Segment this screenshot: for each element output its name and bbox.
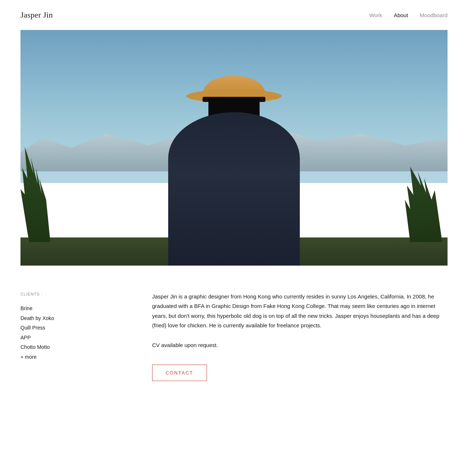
client-item: Brine [20,304,123,313]
nav-moodboard[interactable]: Moodboard [420,12,448,18]
hero-section [0,30,468,266]
cv-text: CV available upon request. [152,340,448,350]
bio-paragraph: Jasper Jin is a graphic designer from Ho… [152,292,448,330]
hero-image [20,30,448,266]
bio-column: Jasper Jin is a graphic designer from Ho… [152,292,448,381]
client-item: APP [20,333,123,343]
main-nav: Work About Moodboard [369,12,448,18]
site-title[interactable]: Jasper Jin [20,10,53,20]
body-jacket [168,112,300,266]
site-header: Jasper Jin Work About Moodboard [0,0,468,30]
nav-about[interactable]: About [394,12,408,18]
clients-column: CLIENTS : Brine Death by Xoko Quill Pres… [20,292,123,381]
client-item: Chotto Motto [20,342,123,352]
content-section: CLIENTS : Brine Death by Xoko Quill Pres… [0,266,468,410]
client-item: Death by Xoko [20,313,123,323]
contact-button[interactable]: CONTACT [152,365,207,381]
nav-work[interactable]: Work [369,12,382,18]
client-item-more: + more [20,352,123,362]
clients-list: Brine Death by Xoko Quill Press APP Chot… [20,304,123,362]
client-item: Quill Press [20,323,123,333]
person-figure [157,76,311,266]
clients-label: CLIENTS : [20,292,123,296]
